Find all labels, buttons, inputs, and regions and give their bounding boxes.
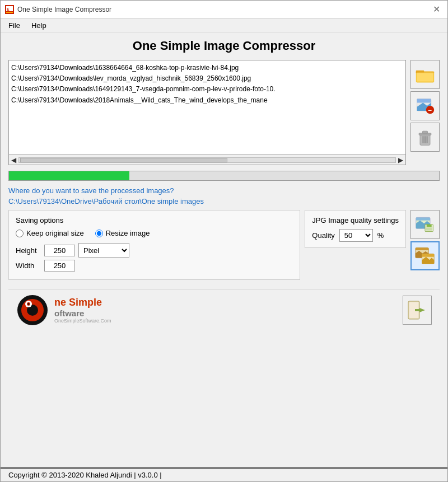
resize-radio[interactable] bbox=[95, 230, 103, 237]
save-question: Where do you want to save the processed … bbox=[8, 186, 440, 195]
height-label: Height bbox=[16, 246, 41, 255]
save-single-button[interactable] bbox=[410, 210, 440, 239]
main-window: E One Simple Image Compressor ✕ File Hel… bbox=[0, 0, 448, 482]
menu-bar: File Help bbox=[1, 18, 447, 33]
list-item: C:\Users\79134\Downloads\lev_morda_vzgly… bbox=[11, 73, 403, 84]
scroll-thumb[interactable] bbox=[20, 158, 227, 162]
logo-graphic bbox=[16, 294, 49, 326]
file-list[interactable]: C:\Users\79134\Downloads\1638664664_68-k… bbox=[8, 60, 406, 155]
svg-text:E: E bbox=[7, 7, 10, 11]
svg-text:−: − bbox=[428, 106, 432, 114]
width-label: Width bbox=[16, 261, 41, 270]
logo-url: OneSimpleSoftware.Com bbox=[54, 318, 111, 324]
svg-rect-7 bbox=[416, 72, 434, 73]
copyright-bar: Copyright © 2013-2020 Khaled Aljundi | v… bbox=[1, 467, 447, 481]
svg-marker-39 bbox=[419, 308, 425, 312]
quality-select[interactable]: 10 20 30 40 50 60 70 80 90 100 bbox=[339, 229, 373, 242]
svg-rect-29 bbox=[422, 254, 435, 256]
trash-icon bbox=[415, 127, 435, 147]
resize-image-label[interactable]: Resize image bbox=[95, 229, 150, 237]
resize-radio-group: Keep original size Resize image bbox=[16, 229, 293, 237]
save-buttons bbox=[410, 210, 440, 270]
close-button[interactable]: ✕ bbox=[430, 3, 443, 16]
list-item: C:\Users\79134\Downloads\2018Animals__Wi… bbox=[11, 95, 403, 106]
app-title: One Simple Image Compressor bbox=[8, 39, 440, 53]
file-list-container: C:\Users\79134\Downloads\1638664664_68-k… bbox=[8, 60, 406, 165]
remove-image-button[interactable]: − bbox=[410, 91, 440, 120]
content-area: One Simple Image Compressor C:\Users\791… bbox=[1, 33, 447, 467]
logo-text: ne Simple oftware OneSimpleSoftware.Com bbox=[54, 297, 111, 324]
logo-software: oftware bbox=[54, 308, 111, 318]
exit-icon bbox=[407, 300, 427, 320]
logo-container: ne Simple oftware OneSimpleSoftware.Com bbox=[16, 294, 111, 326]
svg-rect-6 bbox=[417, 72, 433, 81]
save-section: Where do you want to save the processed … bbox=[8, 186, 440, 205]
side-buttons: − bbox=[410, 60, 440, 152]
menu-help[interactable]: Help bbox=[26, 20, 52, 31]
width-row: Width bbox=[16, 260, 293, 272]
svg-rect-24 bbox=[426, 227, 432, 230]
logo-one: ne Simple bbox=[54, 297, 111, 308]
quality-row: Quality 10 20 30 40 50 60 70 80 90 100 bbox=[312, 229, 399, 242]
list-item: C:\Users\79134\Downloads\1649129143_7-vs… bbox=[11, 84, 403, 95]
scroll-right-arrow[interactable]: ▶ bbox=[397, 156, 404, 164]
folder-icon bbox=[415, 64, 435, 85]
svg-rect-20 bbox=[416, 217, 430, 220]
progress-bar-container bbox=[8, 171, 440, 181]
bottom-area: Saving options Keep original size Resize… bbox=[8, 210, 440, 280]
keep-original-radio[interactable] bbox=[16, 230, 24, 237]
scroll-left-arrow[interactable]: ◀ bbox=[10, 156, 17, 164]
app-icon: E bbox=[5, 5, 14, 14]
jpg-quality-panel: JPG Image quality settings Quality 10 20… bbox=[305, 210, 406, 248]
open-folder-button[interactable] bbox=[410, 60, 440, 89]
height-input[interactable] bbox=[44, 245, 75, 256]
copyright-text: Copyright © 2013-2020 Khaled Aljundi | v… bbox=[8, 471, 162, 479]
clear-list-button[interactable] bbox=[410, 123, 440, 152]
save-batch-button[interactable] bbox=[410, 241, 440, 270]
save-single-icon bbox=[415, 214, 435, 235]
save-path[interactable]: C:\Users\79134\OneDrive\Рабочий стол\One… bbox=[8, 197, 440, 205]
svg-rect-2 bbox=[6, 12, 13, 13]
svg-rect-15 bbox=[423, 131, 428, 134]
saving-options-panel: Saving options Keep original size Resize… bbox=[8, 210, 300, 280]
scroll-track[interactable] bbox=[18, 157, 396, 163]
title-bar-left: E One Simple Image Compressor bbox=[5, 5, 111, 14]
title-bar-text: One Simple Image Compressor bbox=[17, 6, 111, 13]
main-area: C:\Users\79134\Downloads\1638664664_68-k… bbox=[8, 60, 440, 165]
svg-rect-26 bbox=[416, 248, 428, 251]
svg-rect-9 bbox=[417, 99, 431, 102]
save-batch-icon bbox=[415, 246, 435, 266]
width-input[interactable] bbox=[44, 260, 75, 272]
jpg-quality-title: JPG Image quality settings bbox=[312, 216, 399, 224]
svg-point-36 bbox=[28, 303, 30, 305]
exit-button[interactable] bbox=[403, 296, 432, 325]
remove-image-icon: − bbox=[415, 96, 435, 116]
height-row: Height Pixel Percent bbox=[16, 243, 293, 258]
quality-label: Quality bbox=[312, 231, 334, 240]
quality-unit: % bbox=[377, 231, 384, 240]
panels-row: Saving options Keep original size Resize… bbox=[8, 210, 406, 280]
progress-bar-fill bbox=[9, 171, 129, 180]
svg-rect-40 bbox=[415, 309, 419, 311]
keep-original-label[interactable]: Keep original size bbox=[16, 229, 84, 237]
list-item: C:\Users\79134\Downloads\1638664664_68-k… bbox=[11, 63, 403, 73]
horizontal-scrollbar[interactable]: ◀ ▶ bbox=[8, 155, 406, 165]
saving-options-title: Saving options bbox=[16, 216, 293, 224]
footer-section: ne Simple oftware OneSimpleSoftware.Com bbox=[8, 289, 440, 331]
svg-rect-23 bbox=[427, 224, 432, 227]
title-bar: E One Simple Image Compressor ✕ bbox=[1, 1, 447, 18]
unit-select[interactable]: Pixel Percent bbox=[78, 243, 129, 258]
menu-file[interactable]: File bbox=[3, 20, 26, 31]
